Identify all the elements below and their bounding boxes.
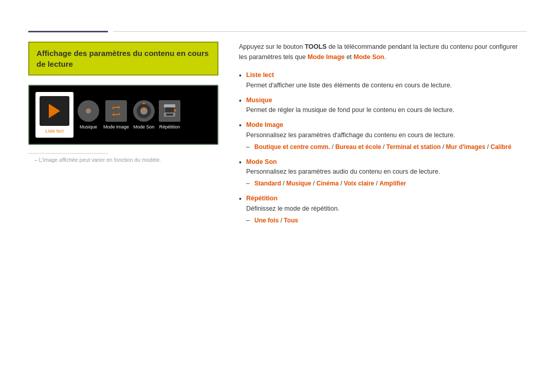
top-rule xyxy=(28,31,527,32)
link-standard[interactable]: Standard xyxy=(254,180,281,187)
intro-et: et xyxy=(345,53,354,61)
desc-mode-son: Personnalisez les paramètres audio du co… xyxy=(246,167,527,177)
intro-period: . xyxy=(384,53,386,61)
link-voix-claire[interactable]: Voix claire xyxy=(344,180,374,187)
device-note: – L'image affichée peut varier en foncti… xyxy=(34,157,218,163)
svg-point-9 xyxy=(142,109,145,113)
title-repetition: Répétition xyxy=(246,195,278,202)
sub-list-mode-son: Standard / Musique / Cinéma / Voix clair… xyxy=(246,179,527,189)
page-title: Affichage des paramètres du contenu en c… xyxy=(36,48,210,69)
link-mur[interactable]: Mur d'images xyxy=(446,143,486,151)
icon-repetition: Répétition xyxy=(159,100,180,129)
link-boutique[interactable]: Boutique et centre comm. xyxy=(254,143,330,151)
sub-list-repetition: Une fois / Tous xyxy=(246,216,527,226)
left-column: Affichage des paramètres du contenu en c… xyxy=(28,42,218,163)
svg-rect-3 xyxy=(109,104,123,118)
tools-bold: TOOLS xyxy=(305,43,327,50)
device-image-box: Liste lect Musique xyxy=(28,85,218,145)
two-col-layout: Affichage des paramètres du contenu en c… xyxy=(28,42,527,231)
list-item-mode-image: Mode Image Personnalisez les paramètres … xyxy=(239,120,527,152)
icon-mode-image: Mode Image xyxy=(103,100,129,129)
right-column: Appuyez sur le bouton TOOLS de la téléco… xyxy=(239,42,527,231)
intro-text-before: Appuyez sur le bouton xyxy=(239,43,305,50)
icon-label-repetition: Répétition xyxy=(159,124,180,129)
desc-repetition: Définissez le mode de répétition. xyxy=(246,204,527,214)
sub-item-mode-son: Standard / Musique / Cinéma / Voix clair… xyxy=(246,179,527,189)
desc-musique: Permet de régler la musique de fond pour… xyxy=(246,105,527,115)
icon-musique: Musique xyxy=(78,100,99,129)
list-item-mode-son: Mode Son Personnalisez les paramètres au… xyxy=(239,157,527,189)
repetition-icon xyxy=(159,100,180,122)
title-musique: Musique xyxy=(246,97,272,104)
icon-liste-lect: Liste lect xyxy=(35,92,73,138)
title-mode-son: Mode Son xyxy=(246,158,277,165)
play-icon xyxy=(49,104,60,118)
mode-son-link[interactable]: Mode Son xyxy=(354,53,384,61)
link-bureau[interactable]: Bureau et école xyxy=(335,143,381,151)
icon-label-liste-lect: Liste lect xyxy=(45,128,64,134)
svg-rect-15 xyxy=(166,114,173,116)
link-terminal[interactable]: Terminal et station xyxy=(386,143,441,151)
rule-thin xyxy=(113,31,527,32)
sub-list-mode-image: Boutique et centre comm. / Bureau et éco… xyxy=(246,142,527,152)
link-cinema[interactable]: Cinéma xyxy=(317,180,339,187)
link-tous[interactable]: Tous xyxy=(284,217,298,224)
svg-rect-12 xyxy=(164,104,175,107)
title-box: Affichage des paramètres du contenu en c… xyxy=(28,42,218,76)
mode-image-icon xyxy=(105,100,127,122)
icon-label-mode-son: Mode Son xyxy=(134,124,155,129)
svg-point-16 xyxy=(174,109,176,111)
list-item-musique: Musique Permet de régler la musique de f… xyxy=(239,96,527,116)
page-container: Affichage des paramètres du contenu en c… xyxy=(0,0,555,251)
rule-thick xyxy=(28,31,108,32)
icon-mode-son: Mode Son xyxy=(133,100,155,129)
svg-point-10 xyxy=(143,102,145,104)
sub-item-repetition: Une fois / Tous xyxy=(246,216,527,226)
icon-label-musique: Musique xyxy=(80,124,97,129)
sub-item-mode-image: Boutique et centre comm. / Bureau et éco… xyxy=(246,142,527,152)
link-musique[interactable]: Musique xyxy=(286,180,311,187)
title-liste-lect: Liste lect xyxy=(246,71,274,79)
music-icon xyxy=(78,100,99,122)
features-list: Liste lect Permet d'afficher une liste d… xyxy=(239,70,527,226)
link-amplifier[interactable]: Amplifier xyxy=(379,180,406,187)
link-calibre[interactable]: Calibré xyxy=(490,143,511,151)
mode-son-icon xyxy=(133,100,155,122)
list-item-liste-lect: Liste lect Permet d'afficher une liste d… xyxy=(239,70,527,90)
icon-label-mode-image: Mode Image xyxy=(103,124,129,129)
desc-mode-image: Personnalisez les paramètres d'affichage… xyxy=(246,130,527,140)
desc-liste-lect: Permet d'afficher une liste des éléments… xyxy=(246,81,527,90)
title-mode-image: Mode Image xyxy=(246,121,283,128)
device-note-rule xyxy=(28,153,108,154)
play-box xyxy=(40,96,69,126)
svg-point-2 xyxy=(87,110,89,112)
link-une-fois[interactable]: Une fois xyxy=(254,217,279,224)
intro-paragraph: Appuyez sur le bouton TOOLS de la téléco… xyxy=(239,42,527,62)
list-item-repetition: Répétition Définissez le mode de répétit… xyxy=(239,194,527,226)
mode-image-link[interactable]: Mode Image xyxy=(307,53,344,61)
